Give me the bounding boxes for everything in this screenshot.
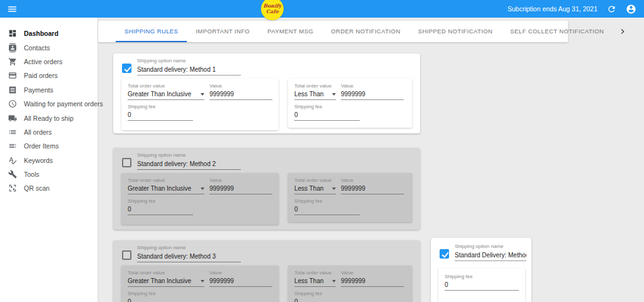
sidebar-item-label: Active orders bbox=[24, 58, 62, 65]
shipping-option-name-label: Shipping option name bbox=[137, 152, 241, 159]
shipping-rule-panel: Total order value Less Than Value 999999… bbox=[288, 79, 412, 128]
shipping-fee-input[interactable]: 0 bbox=[128, 298, 193, 302]
list-icon bbox=[8, 128, 17, 137]
tab-important-info[interactable]: IMPORTANT INFO bbox=[187, 21, 258, 42]
total-order-condition-select[interactable]: Less Than bbox=[294, 91, 336, 100]
receipt-icon bbox=[8, 86, 17, 94]
value-label: Value bbox=[341, 270, 404, 276]
sidebar-item-waiting-for-payment-orders[interactable]: Waiting for payment orders bbox=[0, 97, 97, 111]
sidebar-item-tools[interactable]: Tools bbox=[0, 167, 97, 181]
shipping-rule-panel: Total order value Less Than Value 999999… bbox=[288, 173, 412, 222]
sidebar-item-all-orders[interactable]: All orders bbox=[0, 125, 97, 139]
shipping-fee-input[interactable]: 0 bbox=[294, 206, 360, 215]
shipping-option-checkbox[interactable] bbox=[440, 249, 449, 259]
tab-self-collect-notification[interactable]: SELF COLLECT NOTIFICATION bbox=[501, 21, 613, 42]
subscription-status: Subcription ends Aug 31, 2021 bbox=[508, 5, 597, 13]
total-order-condition-select[interactable]: Less Than bbox=[294, 185, 336, 194]
shipping-option-checkbox[interactable] bbox=[122, 250, 131, 260]
tabs-scroll-right-button[interactable] bbox=[613, 21, 633, 42]
dropdown-arrow-icon bbox=[332, 187, 336, 190]
shipping-option-name-input[interactable]: Standard Delivery: Method 4 bbox=[455, 252, 526, 261]
refresh-icon[interactable] bbox=[607, 4, 616, 14]
shipping-option-name-label: Shipping option name bbox=[137, 245, 241, 251]
account-icon[interactable] bbox=[626, 4, 636, 14]
settings-tab-bar: SHIPPING RULES IMPORTANT INFO PAYMENT MS… bbox=[98, 21, 568, 42]
order-value-input[interactable]: 9999999 bbox=[209, 185, 272, 194]
sidebar-item-label: Tools bbox=[24, 171, 40, 178]
sidebar-item-order-items[interactable]: Order Items bbox=[0, 139, 97, 153]
shipping-option-name-field: Shipping option name Standard delivery: … bbox=[137, 58, 241, 76]
shipping-method-card-2: Shipping option name Standard delivery: … bbox=[113, 148, 420, 230]
tab-payment-msg[interactable]: PAYMENT MSG bbox=[258, 21, 322, 42]
total-order-value-label: Total order value bbox=[128, 270, 204, 276]
tab-order-notification[interactable]: ORDER NOTIFICATION bbox=[322, 21, 409, 42]
dropdown-arrow-icon bbox=[201, 187, 204, 190]
total-order-condition-select[interactable]: Less Than bbox=[294, 277, 336, 287]
tab-shipping-rules[interactable]: SHIPPING RULES bbox=[116, 21, 187, 42]
topbar-actions: Subcription ends Aug 31, 2021 bbox=[508, 4, 636, 14]
dashboard-icon bbox=[8, 29, 17, 38]
top-app-bar: Bonify Cafe Subcription ends Aug 31, 202… bbox=[0, 0, 644, 18]
sidebar-item-label: Waiting for payment orders bbox=[24, 100, 103, 108]
truck-icon bbox=[8, 114, 17, 123]
order-value-input[interactable]: 9999999 bbox=[209, 91, 272, 100]
brand-logo-line2: Cafe bbox=[266, 9, 279, 14]
tab-shipped-notification[interactable]: SHIPPED NOTIFICATION bbox=[409, 21, 502, 42]
shipping-option-name-label: Shipping option name bbox=[137, 58, 241, 64]
shipping-option-checkbox[interactable] bbox=[122, 158, 131, 167]
order-value-input[interactable]: 9999999 bbox=[341, 91, 404, 100]
sidebar-item-contacts[interactable]: Contacts bbox=[0, 40, 97, 54]
order-value-input[interactable]: 9999999 bbox=[341, 277, 404, 287]
shipping-fee-label: Shipping fee bbox=[128, 291, 193, 297]
shipping-fee-input[interactable]: 0 bbox=[445, 281, 519, 291]
contacts-icon bbox=[8, 43, 17, 52]
shipping-fee-label: Shipping fee bbox=[294, 291, 360, 297]
shipping-fee-input[interactable]: 0 bbox=[294, 298, 360, 302]
shipping-rule-panel: Total order value Greater Than Inclusive… bbox=[121, 79, 279, 130]
shipping-fee-input[interactable]: 0 bbox=[294, 111, 360, 121]
shipping-option-name-label: Shipping option name bbox=[455, 243, 526, 250]
total-order-value-label: Total order value bbox=[128, 83, 204, 89]
sidebar-item-label: QR scan bbox=[24, 184, 50, 192]
sidebar-nav: Dashboard Contacts Active orders Paid or… bbox=[0, 18, 97, 302]
sidebar-item-active-orders[interactable]: Active orders bbox=[0, 55, 97, 69]
qr-scan-icon bbox=[8, 184, 17, 193]
sidebar-item-label: All orders bbox=[24, 128, 52, 136]
condition-selected-value: Less Than bbox=[294, 277, 324, 284]
total-order-condition-select[interactable]: Greater Than Inclusive bbox=[128, 185, 204, 194]
tab-label: PAYMENT MSG bbox=[267, 28, 313, 35]
shipping-option-checkbox[interactable] bbox=[122, 64, 131, 73]
dropdown-arrow-icon bbox=[332, 280, 336, 282]
clock-icon bbox=[8, 99, 17, 108]
shipping-option-name-field: Shipping option name Standard delivery: … bbox=[137, 245, 241, 262]
sidebar-item-dashboard[interactable]: Dashboard bbox=[0, 26, 97, 40]
hamburger-menu-icon[interactable] bbox=[7, 4, 18, 14]
sidebar-item-qr-scan[interactable]: QR scan bbox=[0, 181, 97, 195]
order-value-input[interactable]: 9999999 bbox=[341, 185, 404, 194]
sidebar-item-label: Order Items bbox=[24, 142, 58, 150]
sidebar-item-payments[interactable]: Payments bbox=[0, 83, 97, 97]
shipping-option-name-input[interactable]: Standard delivery: Method 3 bbox=[137, 253, 241, 262]
value-label: Value bbox=[209, 177, 272, 184]
total-order-value-label: Total order value bbox=[294, 177, 336, 184]
total-order-value-label: Total order value bbox=[294, 83, 336, 89]
shipping-fee-label: Shipping fee bbox=[294, 104, 360, 110]
dropdown-arrow-icon bbox=[332, 93, 336, 96]
dropdown-arrow-icon bbox=[201, 93, 204, 96]
shipping-fee-input[interactable]: 0 bbox=[128, 111, 193, 121]
sidebar-item-keywords[interactable]: Keywords bbox=[0, 154, 97, 167]
shipping-fee-label: Shipping fee bbox=[294, 198, 360, 204]
shipping-fee-label: Shipping fee bbox=[445, 274, 519, 280]
shipping-method-card-1: Shipping option name Standard delivery: … bbox=[113, 53, 420, 133]
sidebar-item-paid-orders[interactable]: Paid orders bbox=[0, 69, 97, 82]
shipping-fee-label: Shipping fee bbox=[128, 198, 193, 204]
total-order-condition-select[interactable]: Greater Than Inclusive bbox=[128, 91, 204, 100]
shipping-option-name-input[interactable]: Standard delivery: Method 1 bbox=[137, 66, 241, 76]
shipping-fee-input[interactable]: 0 bbox=[128, 206, 193, 215]
shipping-option-name-input[interactable]: Standard delivery: Method 2 bbox=[137, 160, 241, 170]
shipping-rule-panel: Shipping fee 0 bbox=[438, 268, 525, 302]
order-value-input[interactable]: 9999999 bbox=[209, 277, 272, 287]
sidebar-item-all-ready-to-ship[interactable]: All Ready to ship bbox=[0, 111, 97, 125]
total-order-condition-select[interactable]: Greater Than Inclusive bbox=[128, 277, 204, 287]
shipping-method-card-4: Shipping option name Standard Delivery: … bbox=[431, 238, 531, 302]
